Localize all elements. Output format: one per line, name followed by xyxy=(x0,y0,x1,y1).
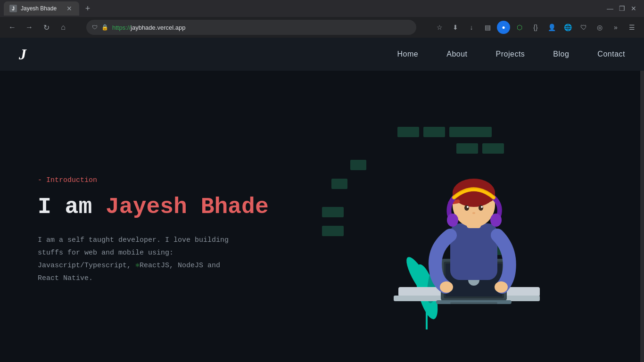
navbar: J Home About Projects Blog Contact xyxy=(0,38,644,71)
deco-block-7 xyxy=(331,179,347,189)
hero-illustration xyxy=(322,113,606,348)
hero-intro: - Introduction xyxy=(38,176,322,184)
react-icon: ⚛ xyxy=(135,262,140,270)
globe-button[interactable]: 🌐 xyxy=(561,21,574,34)
bookmark-button[interactable]: ☆ xyxy=(433,21,446,34)
svg-rect-12 xyxy=(450,223,497,280)
title-prefix: I am xyxy=(38,194,106,220)
account-button[interactable]: ● xyxy=(497,21,510,34)
nav-item-about[interactable]: About xyxy=(446,50,467,58)
tab-close-button[interactable]: ✕ xyxy=(65,4,74,13)
minimize-button[interactable]: — xyxy=(607,5,613,12)
download-button[interactable]: ↓ xyxy=(465,21,478,34)
forward-button[interactable]: → xyxy=(23,21,36,34)
website: J Home About Projects Blog Contact - Int… xyxy=(0,38,644,362)
svg-point-25 xyxy=(481,206,483,208)
url-text: https://jaybhade.vercel.app xyxy=(112,24,185,31)
browser-toolbar: ← → ↻ ⌂ 🛡 🔒 https://jaybhade.vercel.app … xyxy=(0,17,644,38)
close-button[interactable]: ✕ xyxy=(631,5,636,12)
chrome-button[interactable]: ◎ xyxy=(593,21,606,34)
lock-icon: 🛡 xyxy=(92,24,98,31)
hero-title: I am Jayesh Bhade xyxy=(38,194,322,221)
maximize-button[interactable]: ❒ xyxy=(619,5,625,12)
nav-item-contact[interactable]: Contact xyxy=(597,50,625,58)
svg-point-20 xyxy=(447,214,458,227)
browser-chrome: J Jayesh Bhade ✕ + — ❒ ✕ ← → ↻ ⌂ 🛡 🔒 htt… xyxy=(0,0,644,38)
nav-item-home[interactable]: Home xyxy=(397,50,419,58)
extensions-button[interactable]: ⬡ xyxy=(513,21,526,34)
svg-rect-11 xyxy=(450,302,497,304)
hero-description: I am a self taught developer. I love bui… xyxy=(38,234,255,285)
nav-item-projects[interactable]: Projects xyxy=(496,50,525,58)
hero-content: - Introduction I am Jayesh Bhade I am a … xyxy=(38,176,322,285)
svg-point-24 xyxy=(467,206,469,208)
menu-button[interactable]: ☰ xyxy=(625,21,638,34)
svg-point-23 xyxy=(479,205,483,211)
https-lock-icon: 🔒 xyxy=(101,24,108,31)
window-controls: — ❒ ✕ xyxy=(607,5,640,12)
svg-point-13 xyxy=(440,281,453,293)
tab-favicon: J xyxy=(9,5,17,12)
address-bar[interactable]: 🛡 🔒 https://jaybhade.vercel.app xyxy=(86,20,416,35)
nav-link-projects[interactable]: Projects xyxy=(496,50,525,58)
title-name: Jayesh Bhade xyxy=(106,194,269,220)
hero-section: - Introduction I am Jayesh Bhade I am a … xyxy=(0,71,644,362)
desc-line4: React Native. xyxy=(38,274,93,282)
new-tab-button[interactable]: + xyxy=(81,2,94,15)
svg-point-26 xyxy=(472,212,475,214)
svg-point-14 xyxy=(495,281,508,293)
site-logo[interactable]: J xyxy=(19,46,26,63)
desc-line3: Javascript/Typescript, ⚛ReactJS, NodeJS … xyxy=(38,262,220,270)
tab-title: Jayesh Bhade xyxy=(21,5,57,12)
deco-block-6 xyxy=(350,160,366,170)
shield-button[interactable]: 🛡 xyxy=(577,21,590,34)
intro-label: Introduction xyxy=(46,176,97,184)
svg-point-22 xyxy=(464,205,469,211)
developer-illustration xyxy=(384,132,545,329)
pocket-button[interactable]: ⬇ xyxy=(449,21,462,34)
intro-dash: - xyxy=(38,176,46,184)
back-button[interactable]: ← xyxy=(6,21,19,34)
svg-point-21 xyxy=(490,214,502,227)
reader-view-button[interactable]: ▤ xyxy=(481,21,494,34)
nav-link-home[interactable]: Home xyxy=(397,50,419,58)
desc-line2: stuffs for web and mobile using: xyxy=(38,249,173,257)
more-button[interactable]: » xyxy=(609,21,622,34)
tab-bar: J Jayesh Bhade ✕ + — ❒ ✕ xyxy=(0,0,644,17)
toolbar-actions: ☆ ⬇ ↓ ▤ ● ⬡ {} 👤 🌐 🛡 ◎ » ☰ xyxy=(433,21,638,34)
desc-line1: I am a self taught developer. I love bui… xyxy=(38,236,229,244)
url-secure-part: https:// xyxy=(112,24,131,31)
deco-block-9 xyxy=(322,226,344,236)
home-button[interactable]: ⌂ xyxy=(57,21,70,34)
scrollbar[interactable] xyxy=(640,38,644,362)
deco-block-8 xyxy=(322,207,344,217)
nav-link-about[interactable]: About xyxy=(446,50,467,58)
browser-tab[interactable]: J Jayesh Bhade ✕ xyxy=(4,1,79,16)
nav-item-blog[interactable]: Blog xyxy=(553,50,569,58)
nav-links: Home About Projects Blog Contact xyxy=(397,50,625,58)
url-domain: jaybhade.vercel.app xyxy=(131,24,185,31)
nav-link-contact[interactable]: Contact xyxy=(597,50,625,58)
reddit-button[interactable]: 👤 xyxy=(545,21,558,34)
devtools-button[interactable]: {} xyxy=(529,21,542,34)
nav-link-blog[interactable]: Blog xyxy=(553,50,569,58)
reload-button[interactable]: ↻ xyxy=(40,21,53,34)
